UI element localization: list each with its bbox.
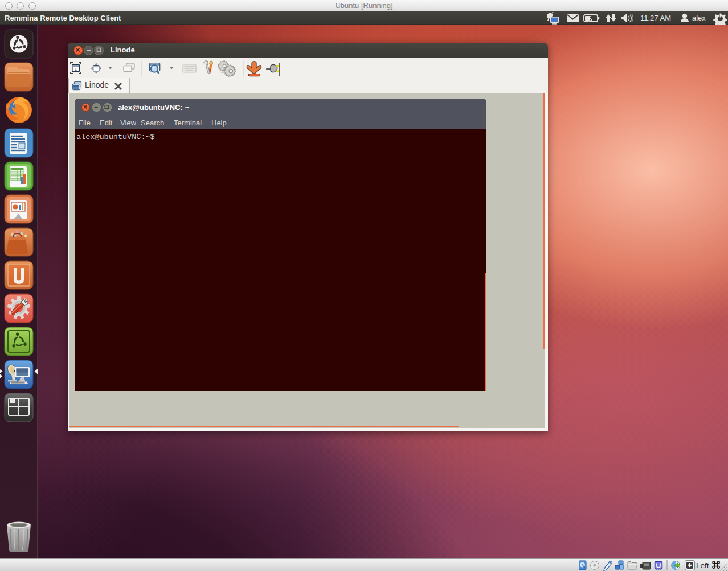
svg-text:Left: Left (696, 561, 709, 570)
svg-text:1: 1 (75, 67, 77, 72)
